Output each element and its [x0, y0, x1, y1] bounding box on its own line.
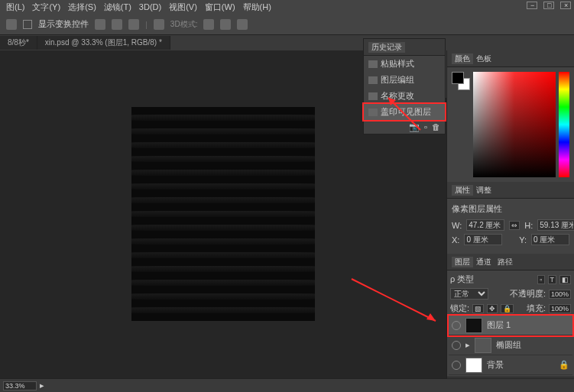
lock-all-icon[interactable]: 🔒: [501, 304, 514, 313]
menu-type[interactable]: 文字(Y): [29, 2, 63, 13]
attributes-panel: 像素图层属性 W: ⇔ H: X: Y:: [447, 199, 574, 253]
history-icon: [368, 92, 378, 100]
history-icon: [368, 76, 378, 84]
w-label: W:: [452, 221, 462, 230]
opacity-value[interactable]: 100%: [549, 290, 571, 299]
visibility-toggle[interactable]: [452, 341, 461, 350]
layer-filter-label: ρ 类型: [450, 274, 474, 285]
x-label: X:: [452, 235, 459, 245]
blend-mode-select[interactable]: 正常: [450, 288, 488, 300]
lock-label: 锁定:: [450, 303, 469, 314]
maximize-button[interactable]: □: [543, 2, 554, 9]
layer-row-layer1[interactable]: 图层 1: [449, 316, 572, 335]
layer-row-group[interactable]: ▸ 椭圆组: [449, 335, 572, 355]
align-icon[interactable]: [95, 19, 105, 30]
3d-roll-icon[interactable]: [237, 19, 248, 30]
close-button[interactable]: ×: [560, 2, 571, 9]
history-panel: 历史记录 粘贴样式 图层编组 名称更改 盖印可见图层 📷 ▫ 🗑: [363, 38, 446, 134]
filter-icon-3[interactable]: ◧: [559, 275, 571, 284]
window-controls: − □ ×: [527, 2, 571, 9]
tab-history[interactable]: 历史记录: [368, 42, 405, 53]
history-icon: [368, 109, 378, 116]
layer-thumbnail: [465, 318, 482, 333]
tab-channels[interactable]: 通道: [473, 257, 495, 267]
document-tabs: 8/8秒* xin.psd @ 33.3% (图层1, RGB/8) *: [0, 35, 574, 50]
tab-doc2[interactable]: xin.psd @ 33.3% (图层1, RGB/8) *: [37, 36, 170, 50]
color-panel-header: 颜色 色板: [447, 50, 574, 67]
layer-thumbnail: [465, 358, 482, 373]
zoom-value[interactable]: 33.3%: [3, 381, 37, 390]
layer-name[interactable]: 背景: [487, 359, 504, 371]
new-doc-icon[interactable]: ▫: [424, 122, 427, 132]
expand-icon[interactable]: ▸: [465, 340, 470, 350]
layer-row-background[interactable]: 背景 🔒: [449, 355, 572, 375]
canvas[interactable]: [131, 107, 315, 321]
y-label: Y:: [519, 235, 527, 245]
3d-orbit-icon[interactable]: [203, 19, 214, 30]
lock-position-icon[interactable]: ✥: [487, 304, 498, 313]
menu-help[interactable]: 帮助(H): [240, 2, 274, 13]
tab-swatches[interactable]: 色板: [473, 53, 495, 64]
menu-filter[interactable]: 滤镜(T): [101, 2, 135, 13]
right-panels: 颜色 色板 属性 调整 像素图层属性 W: ⇔ H:: [446, 50, 574, 392]
tab-doc1[interactable]: 8/8秒*: [0, 36, 37, 50]
minimize-button[interactable]: −: [527, 2, 537, 9]
hue-slider[interactable]: [559, 72, 569, 177]
fill-label: 填充:: [527, 303, 546, 314]
group-thumbnail: [475, 338, 491, 353]
color-field[interactable]: [473, 72, 556, 177]
layer-name[interactable]: 椭圆组: [496, 339, 521, 351]
tab-adjustments[interactable]: 调整: [473, 185, 495, 196]
visibility-toggle[interactable]: [452, 361, 461, 370]
attr-panel-header: 属性 调整: [447, 182, 574, 199]
status-expand-icon[interactable]: ▸: [40, 381, 44, 390]
width-input[interactable]: [466, 219, 504, 231]
tab-paths[interactable]: 路径: [495, 257, 516, 267]
attr-title: 像素图层属性: [452, 203, 569, 215]
layer-name[interactable]: 图层 1: [487, 319, 511, 331]
menu-3d[interactable]: 3D(D): [136, 2, 164, 11]
menu-select[interactable]: 选择(S): [65, 2, 99, 13]
y-input[interactable]: [531, 234, 569, 245]
menu-view[interactable]: 视图(V): [166, 2, 200, 13]
history-icon: [368, 60, 378, 68]
filter-icon-2[interactable]: T: [548, 275, 557, 284]
lock-pixels-icon[interactable]: ▧: [472, 304, 484, 313]
options-bar: 显示变换控件 | 3D模式:: [0, 14, 574, 35]
h-label: H:: [524, 221, 533, 230]
status-bar: 33.3% ▸: [0, 378, 574, 392]
layers-panel: ρ 类型 ▫ T ◧ 正常 不透明度: 100% 锁定: ▧ ✥ 🔒 填充: 1…: [447, 271, 574, 377]
fill-value[interactable]: 100%: [549, 304, 571, 313]
transform-controls-label: 显示变换控件: [38, 18, 89, 30]
link-wh-button[interactable]: ⇔: [509, 221, 520, 230]
snapshot-icon[interactable]: 📷: [409, 122, 420, 132]
foreground-background-swatch[interactable]: [452, 72, 470, 90]
menu-layer[interactable]: 图(L): [3, 2, 28, 13]
auto-select-checkbox[interactable]: [23, 20, 32, 29]
color-panel: [447, 67, 574, 182]
history-item[interactable]: 图层编组: [364, 72, 445, 88]
height-input[interactable]: [537, 219, 574, 231]
tab-attributes[interactable]: 属性: [452, 185, 473, 196]
3d-mode-icon[interactable]: [154, 19, 164, 30]
lock-icon: 🔒: [559, 360, 569, 370]
visibility-toggle[interactable]: [452, 321, 461, 330]
tab-color[interactable]: 颜色: [452, 53, 473, 64]
history-item[interactable]: 名称更改: [364, 88, 445, 104]
history-item-selected[interactable]: 盖印可见图层: [364, 104, 445, 120]
opacity-label: 不透明度:: [510, 288, 546, 300]
3d-pan-icon[interactable]: [220, 19, 231, 30]
distribute-icon[interactable]: [128, 19, 139, 30]
layers-panel-header: 图层 通道 路径: [447, 254, 574, 271]
menu-window[interactable]: 窗口(W): [202, 2, 238, 13]
tab-layers[interactable]: 图层: [452, 257, 473, 267]
filter-icon-1[interactable]: ▫: [537, 275, 544, 284]
trash-icon[interactable]: 🗑: [432, 122, 440, 132]
move-tool-icon[interactable]: [6, 19, 17, 30]
menu-bar: 图(L) 文字(Y) 选择(S) 滤镜(T) 3D(D) 视图(V) 窗口(W)…: [0, 0, 574, 14]
x-input[interactable]: [464, 234, 502, 245]
align-icon-2[interactable]: [112, 19, 122, 30]
history-item[interactable]: 粘贴样式: [364, 56, 445, 72]
